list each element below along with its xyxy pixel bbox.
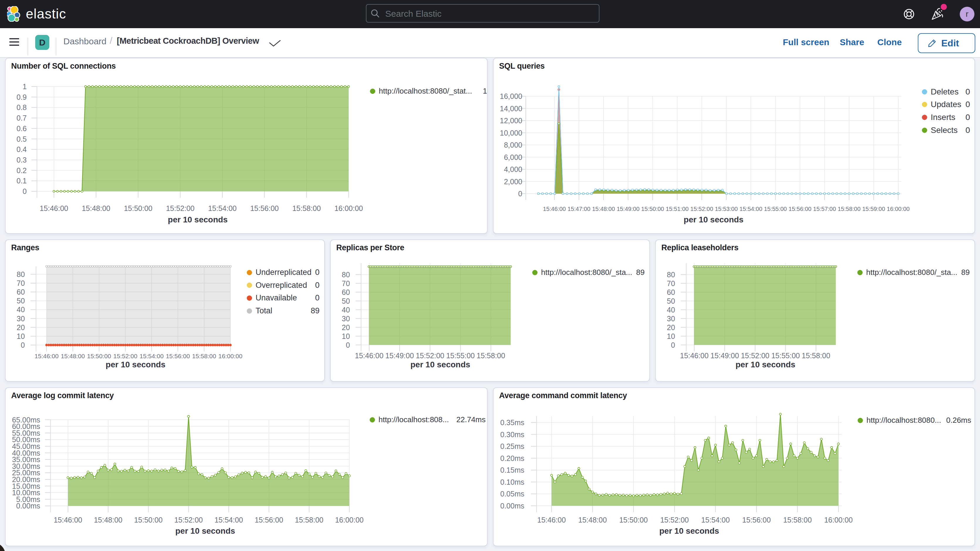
svg-text:16:00:00: 16:00:00 bbox=[334, 204, 363, 212]
svg-text:30: 30 bbox=[342, 315, 350, 323]
svg-text:80: 80 bbox=[667, 271, 675, 279]
svg-text:15:52:00: 15:52:00 bbox=[416, 352, 444, 360]
svg-text:65.00ms: 65.00ms bbox=[12, 416, 40, 424]
svg-text:15:54:00: 15:54:00 bbox=[215, 516, 243, 524]
svg-text:15:58:00: 15:58:00 bbox=[783, 516, 811, 524]
svg-text:per 10 seconds: per 10 seconds bbox=[659, 526, 719, 535]
svg-text:15:55:00: 15:55:00 bbox=[772, 352, 800, 360]
svg-text:16,000: 16,000 bbox=[500, 92, 522, 100]
svg-text:0.20ms: 0.20ms bbox=[500, 454, 524, 462]
svg-text:15:47:00: 15:47:00 bbox=[568, 205, 590, 212]
svg-text:0.6: 0.6 bbox=[16, 124, 27, 133]
svg-text:0.8: 0.8 bbox=[16, 103, 27, 111]
svg-text:15:46:00: 15:46:00 bbox=[35, 353, 59, 360]
svg-text:15:46:00: 15:46:00 bbox=[537, 516, 566, 524]
svg-text:0.30ms: 0.30ms bbox=[500, 430, 524, 439]
svg-text:15:48:00: 15:48:00 bbox=[94, 516, 123, 524]
svg-text:0: 0 bbox=[22, 187, 27, 196]
svg-text:15:55:00: 15:55:00 bbox=[764, 205, 787, 212]
svg-text:80: 80 bbox=[17, 270, 25, 279]
svg-text:0: 0 bbox=[671, 341, 675, 349]
svg-text:15:50:00: 15:50:00 bbox=[134, 516, 162, 524]
svg-text:15:46:00: 15:46:00 bbox=[680, 352, 709, 360]
svg-text:0: 0 bbox=[518, 190, 522, 198]
svg-text:15:59:00: 15:59:00 bbox=[862, 205, 885, 212]
svg-text:15:48:00: 15:48:00 bbox=[82, 204, 110, 212]
svg-text:15:58:00: 15:58:00 bbox=[802, 352, 830, 360]
svg-text:15:50:00: 15:50:00 bbox=[87, 353, 111, 360]
svg-text:15:49:00: 15:49:00 bbox=[617, 205, 640, 212]
svg-text:1: 1 bbox=[22, 83, 27, 91]
svg-text:15:56:00: 15:56:00 bbox=[166, 353, 190, 360]
svg-text:50: 50 bbox=[17, 297, 25, 305]
svg-text:15:58:00: 15:58:00 bbox=[838, 205, 861, 212]
svg-text:20: 20 bbox=[17, 323, 25, 331]
svg-text:50: 50 bbox=[667, 297, 675, 305]
svg-text:15:50:00: 15:50:00 bbox=[619, 516, 648, 524]
svg-text:14,000: 14,000 bbox=[500, 104, 522, 113]
svg-text:40: 40 bbox=[667, 306, 675, 314]
svg-text:20: 20 bbox=[667, 323, 675, 331]
svg-text:8,000: 8,000 bbox=[504, 141, 522, 149]
svg-text:15:52:00: 15:52:00 bbox=[113, 353, 137, 360]
svg-text:16:00:00: 16:00:00 bbox=[887, 205, 910, 212]
svg-text:60: 60 bbox=[667, 288, 675, 296]
svg-text:40: 40 bbox=[342, 306, 350, 314]
svg-text:15:46:00: 15:46:00 bbox=[355, 352, 383, 360]
svg-text:15:57:00: 15:57:00 bbox=[813, 205, 836, 212]
svg-text:15:56:00: 15:56:00 bbox=[250, 204, 279, 212]
svg-text:16:00:00: 16:00:00 bbox=[824, 516, 853, 524]
svg-text:70: 70 bbox=[17, 279, 25, 287]
svg-text:16:00:00: 16:00:00 bbox=[335, 516, 364, 524]
svg-text:15:56:00: 15:56:00 bbox=[742, 516, 771, 524]
svg-text:0: 0 bbox=[21, 341, 25, 349]
svg-text:0.00ms: 0.00ms bbox=[500, 502, 524, 510]
svg-text:40: 40 bbox=[17, 306, 25, 314]
svg-text:16:00:00: 16:00:00 bbox=[218, 353, 242, 360]
svg-text:per 10 seconds: per 10 seconds bbox=[168, 215, 228, 224]
svg-text:per 10 seconds: per 10 seconds bbox=[175, 526, 235, 535]
svg-text:15:50:00: 15:50:00 bbox=[124, 204, 152, 212]
svg-text:15:51:00: 15:51:00 bbox=[666, 205, 689, 212]
svg-text:15:58:00: 15:58:00 bbox=[295, 516, 323, 524]
svg-text:15:54:00: 15:54:00 bbox=[208, 204, 237, 212]
svg-text:15:46:00: 15:46:00 bbox=[54, 516, 82, 524]
svg-text:50: 50 bbox=[342, 297, 350, 305]
svg-text:70: 70 bbox=[342, 279, 350, 288]
svg-text:15:54:00: 15:54:00 bbox=[701, 516, 730, 524]
svg-text:15:53:00: 15:53:00 bbox=[715, 205, 738, 212]
svg-text:10: 10 bbox=[17, 332, 25, 340]
svg-text:0.1: 0.1 bbox=[16, 177, 27, 185]
svg-text:20: 20 bbox=[342, 323, 350, 331]
svg-text:15:49:00: 15:49:00 bbox=[710, 352, 739, 360]
svg-text:per 10 seconds: per 10 seconds bbox=[684, 215, 743, 224]
svg-text:0.9: 0.9 bbox=[16, 93, 27, 101]
svg-text:15:54:00: 15:54:00 bbox=[740, 205, 762, 212]
svg-text:30: 30 bbox=[667, 315, 675, 323]
svg-text:15:56:00: 15:56:00 bbox=[789, 205, 811, 212]
svg-text:0.05ms: 0.05ms bbox=[500, 490, 524, 498]
svg-text:70: 70 bbox=[667, 279, 675, 288]
svg-text:15:46:00: 15:46:00 bbox=[40, 204, 68, 212]
svg-text:10: 10 bbox=[667, 332, 675, 340]
svg-text:60: 60 bbox=[342, 288, 350, 296]
svg-text:10: 10 bbox=[342, 332, 350, 340]
svg-text:15:58:00: 15:58:00 bbox=[292, 204, 321, 212]
svg-text:per 10 seconds: per 10 seconds bbox=[736, 360, 795, 369]
svg-text:0.2: 0.2 bbox=[16, 166, 27, 175]
svg-text:15:48:00: 15:48:00 bbox=[592, 205, 615, 212]
svg-text:10,000: 10,000 bbox=[500, 129, 522, 137]
svg-text:15:52:00: 15:52:00 bbox=[166, 204, 194, 212]
svg-text:30: 30 bbox=[17, 315, 25, 323]
svg-text:15:50:00: 15:50:00 bbox=[641, 205, 664, 212]
svg-text:4,000: 4,000 bbox=[504, 165, 522, 174]
svg-text:per 10 seconds: per 10 seconds bbox=[106, 360, 165, 369]
svg-text:6,000: 6,000 bbox=[504, 153, 522, 161]
svg-text:12,000: 12,000 bbox=[500, 116, 522, 125]
svg-text:60: 60 bbox=[17, 288, 25, 296]
svg-text:0.10ms: 0.10ms bbox=[500, 478, 524, 486]
svg-text:80: 80 bbox=[342, 271, 350, 279]
svg-text:0.4: 0.4 bbox=[16, 145, 27, 153]
svg-text:15:52:00: 15:52:00 bbox=[741, 352, 769, 360]
svg-text:0.15ms: 0.15ms bbox=[500, 466, 524, 474]
